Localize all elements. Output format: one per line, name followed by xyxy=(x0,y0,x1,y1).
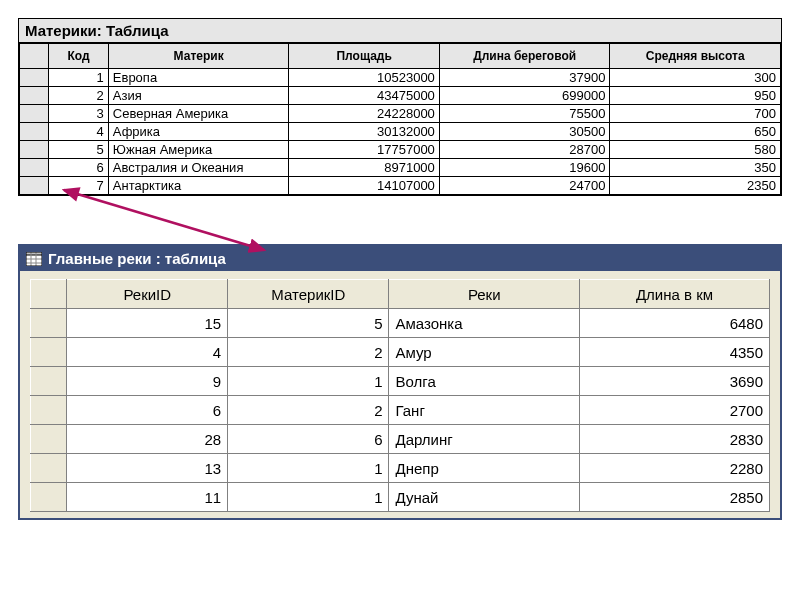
table-row[interactable]: 3Северная Америка2422800075500700 xyxy=(20,105,781,123)
cell-length[interactable]: 2850 xyxy=(579,483,769,512)
cell-area[interactable]: 14107000 xyxy=(289,177,439,195)
cell-continent-id[interactable]: 1 xyxy=(228,483,389,512)
col-name[interactable]: Материк xyxy=(108,44,289,69)
col-river-id[interactable]: РекиID xyxy=(67,280,228,309)
cell-continent-id[interactable]: 1 xyxy=(228,367,389,396)
cell-river-id[interactable]: 28 xyxy=(67,425,228,454)
cell-area[interactable]: 43475000 xyxy=(289,87,439,105)
cell-area[interactable]: 17757000 xyxy=(289,141,439,159)
cell-area[interactable]: 24228000 xyxy=(289,105,439,123)
col-continent-id[interactable]: МатерикID xyxy=(228,280,389,309)
row-selector[interactable] xyxy=(20,87,49,105)
cell-area[interactable]: 8971000 xyxy=(289,159,439,177)
cell-name[interactable]: Азия xyxy=(108,87,289,105)
row-selector[interactable] xyxy=(31,425,67,454)
table-row[interactable]: 6Австралия и Океания897100019600350 xyxy=(20,159,781,177)
cell-alt[interactable]: 700 xyxy=(610,105,781,123)
cell-continent-id[interactable]: 1 xyxy=(228,454,389,483)
cell-coast[interactable]: 699000 xyxy=(439,87,610,105)
row-selector[interactable] xyxy=(20,177,49,195)
cell-river-name[interactable]: Волга xyxy=(389,367,579,396)
table-row[interactable]: 286Дарлинг2830 xyxy=(31,425,770,454)
cell-river-name[interactable]: Амазонка xyxy=(389,309,579,338)
row-selector[interactable] xyxy=(20,105,49,123)
cell-alt[interactable]: 650 xyxy=(610,123,781,141)
cell-length[interactable]: 2830 xyxy=(579,425,769,454)
row-selector[interactable] xyxy=(31,367,67,396)
row-selector[interactable] xyxy=(31,454,67,483)
cell-name[interactable]: Антарктика xyxy=(108,177,289,195)
row-selector[interactable] xyxy=(31,396,67,425)
col-coast[interactable]: Длина береговой xyxy=(439,44,610,69)
cell-river-id[interactable]: 13 xyxy=(67,454,228,483)
row-selector[interactable] xyxy=(20,141,49,159)
cell-name[interactable]: Африка xyxy=(108,123,289,141)
col-alt[interactable]: Средняя высота xyxy=(610,44,781,69)
cell-river-name[interactable]: Амур xyxy=(389,338,579,367)
cell-alt[interactable]: 580 xyxy=(610,141,781,159)
cell-river-id[interactable]: 11 xyxy=(67,483,228,512)
table-row[interactable]: 2Азия43475000699000950 xyxy=(20,87,781,105)
cell-river-name[interactable]: Дунай xyxy=(389,483,579,512)
cell-river-id[interactable]: 6 xyxy=(67,396,228,425)
cell-continent-id[interactable]: 6 xyxy=(228,425,389,454)
row-selector[interactable] xyxy=(31,338,67,367)
cell-river-id[interactable]: 9 xyxy=(67,367,228,396)
table-row[interactable]: 7Антарктика14107000247002350 xyxy=(20,177,781,195)
cell-coast[interactable]: 75500 xyxy=(439,105,610,123)
row-selector[interactable] xyxy=(31,483,67,512)
table-row[interactable]: 91Волга3690 xyxy=(31,367,770,396)
cell-length[interactable]: 2280 xyxy=(579,454,769,483)
row-selector[interactable] xyxy=(31,309,67,338)
cell-name[interactable]: Австралия и Океания xyxy=(108,159,289,177)
cell-continent-id[interactable]: 2 xyxy=(228,338,389,367)
cell-river-id[interactable]: 15 xyxy=(67,309,228,338)
cell-coast[interactable]: 28700 xyxy=(439,141,610,159)
table-row[interactable]: 42Амур4350 xyxy=(31,338,770,367)
cell-key[interactable]: 4 xyxy=(49,123,109,141)
cell-area[interactable]: 10523000 xyxy=(289,69,439,87)
cell-key[interactable]: 3 xyxy=(49,105,109,123)
table-row[interactable]: 131Днепр2280 xyxy=(31,454,770,483)
cell-name[interactable]: Европа xyxy=(108,69,289,87)
table-row[interactable]: 62Ганг2700 xyxy=(31,396,770,425)
cell-key[interactable]: 1 xyxy=(49,69,109,87)
cell-continent-id[interactable]: 5 xyxy=(228,309,389,338)
cell-river-name[interactable]: Дарлинг xyxy=(389,425,579,454)
cell-river-name[interactable]: Днепр xyxy=(389,454,579,483)
cell-alt[interactable]: 2350 xyxy=(610,177,781,195)
rivers-titlebar[interactable]: Главные реки : таблица xyxy=(20,246,780,271)
cell-alt[interactable]: 350 xyxy=(610,159,781,177)
table-row[interactable]: 5Южная Америка1775700028700580 xyxy=(20,141,781,159)
table-row[interactable]: 1Европа1052300037900300 xyxy=(20,69,781,87)
cell-continent-id[interactable]: 2 xyxy=(228,396,389,425)
col-area[interactable]: Площадь xyxy=(289,44,439,69)
cell-key[interactable]: 6 xyxy=(49,159,109,177)
cell-length[interactable]: 2700 xyxy=(579,396,769,425)
cell-length[interactable]: 6480 xyxy=(579,309,769,338)
cell-length[interactable]: 4350 xyxy=(579,338,769,367)
row-selector[interactable] xyxy=(20,159,49,177)
cell-coast[interactable]: 30500 xyxy=(439,123,610,141)
cell-alt[interactable]: 300 xyxy=(610,69,781,87)
cell-key[interactable]: 5 xyxy=(49,141,109,159)
cell-length[interactable]: 3690 xyxy=(579,367,769,396)
cell-coast[interactable]: 19600 xyxy=(439,159,610,177)
cell-area[interactable]: 30132000 xyxy=(289,123,439,141)
col-key[interactable]: Код xyxy=(49,44,109,69)
cell-coast[interactable]: 37900 xyxy=(439,69,610,87)
cell-alt[interactable]: 950 xyxy=(610,87,781,105)
row-selector[interactable] xyxy=(20,69,49,87)
cell-name[interactable]: Северная Америка xyxy=(108,105,289,123)
table-row[interactable]: 155Амазонка6480 xyxy=(31,309,770,338)
cell-river-id[interactable]: 4 xyxy=(67,338,228,367)
cell-river-name[interactable]: Ганг xyxy=(389,396,579,425)
cell-name[interactable]: Южная Америка xyxy=(108,141,289,159)
table-row[interactable]: 4Африка3013200030500650 xyxy=(20,123,781,141)
table-row[interactable]: 111Дунай2850 xyxy=(31,483,770,512)
cell-coast[interactable]: 24700 xyxy=(439,177,610,195)
col-length[interactable]: Длина в км xyxy=(579,280,769,309)
col-river-name[interactable]: Реки xyxy=(389,280,579,309)
row-selector[interactable] xyxy=(20,123,49,141)
cell-key[interactable]: 2 xyxy=(49,87,109,105)
